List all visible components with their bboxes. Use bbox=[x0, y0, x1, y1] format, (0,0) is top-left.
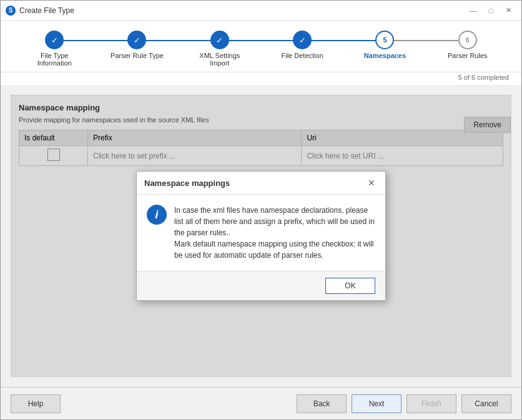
step-circle-1 bbox=[45, 31, 64, 49]
close-button[interactable]: ✕ bbox=[500, 4, 516, 17]
bottom-bar: Help Back Next Finish Cancel bbox=[1, 387, 521, 419]
title-bar-left: S Create File Type bbox=[6, 6, 74, 16]
step-namespaces: 5 Namespaces bbox=[343, 31, 426, 59]
window-controls: — □ ✕ bbox=[465, 4, 516, 17]
modal-overlay: Namespace mappings ✕ i In case the xml f… bbox=[11, 95, 511, 376]
next-button[interactable]: Next bbox=[352, 394, 401, 413]
step-label-4: File Detection bbox=[282, 52, 323, 59]
step-circle-5: 5 bbox=[375, 31, 394, 49]
title-bar: S Create File Type — □ ✕ bbox=[1, 1, 521, 21]
step-file-type-info: File TypeInformation bbox=[13, 31, 96, 67]
cancel-button[interactable]: Cancel bbox=[461, 394, 511, 413]
check-icon-3 bbox=[216, 36, 223, 45]
step-parser-rules: 6 Parser Rules bbox=[426, 31, 509, 59]
wizard-content: File TypeInformation Parser Rule Type XM… bbox=[1, 21, 521, 419]
modal-message: In case the xml files have namespace dec… bbox=[174, 205, 375, 261]
step-label-1: File TypeInformation bbox=[37, 52, 72, 67]
namespace-mappings-dialog: Namespace mappings ✕ i In case the xml f… bbox=[136, 171, 386, 301]
modal-close-button[interactable]: ✕ bbox=[365, 177, 378, 189]
ok-button[interactable]: OK bbox=[325, 278, 375, 294]
check-icon-2 bbox=[134, 36, 140, 45]
step-label-6: Parser Rules bbox=[448, 52, 488, 59]
nav-buttons: Back Next Finish Cancel bbox=[297, 394, 511, 413]
step-xml-settings: XML Settings Import bbox=[179, 31, 261, 67]
main-area: Namespace mapping Provide mapping for na… bbox=[1, 85, 521, 387]
step-circle-4 bbox=[293, 31, 312, 49]
step-file-detection: File Detection bbox=[261, 31, 343, 59]
minimize-button[interactable]: — bbox=[465, 4, 481, 17]
step-label-2: Parser Rule Type bbox=[111, 52, 164, 59]
section-box: Namespace mapping Provide mapping for na… bbox=[11, 95, 511, 377]
step-circle-3 bbox=[210, 31, 229, 49]
step-circle-2 bbox=[127, 31, 146, 49]
maximize-button[interactable]: □ bbox=[483, 4, 499, 17]
finish-button[interactable]: Finish bbox=[406, 394, 456, 413]
stepper-status: 5 of 6 completed bbox=[1, 72, 521, 85]
main-window: S Create File Type — □ ✕ File TypeInform… bbox=[0, 0, 522, 420]
check-icon-4 bbox=[299, 36, 306, 45]
app-icon: S bbox=[6, 6, 16, 16]
window-title: Create File Type bbox=[19, 6, 74, 15]
modal-title: Namespace mappings bbox=[144, 178, 230, 188]
step-circle-6: 6 bbox=[458, 31, 477, 49]
check-icon-1 bbox=[51, 36, 58, 45]
step-label-5: Namespaces bbox=[364, 52, 406, 59]
stepper: File TypeInformation Parser Rule Type XM… bbox=[1, 21, 521, 72]
step-parser-rule-type: Parser Rule Type bbox=[96, 31, 178, 59]
info-icon: i bbox=[147, 205, 167, 225]
help-button[interactable]: Help bbox=[11, 394, 61, 413]
modal-footer: OK bbox=[137, 271, 385, 300]
modal-header: Namespace mappings ✕ bbox=[137, 172, 385, 195]
step-label-3: XML Settings Import bbox=[192, 52, 248, 67]
modal-body: i In case the xml files have namespace d… bbox=[137, 195, 385, 271]
back-button[interactable]: Back bbox=[297, 394, 347, 413]
